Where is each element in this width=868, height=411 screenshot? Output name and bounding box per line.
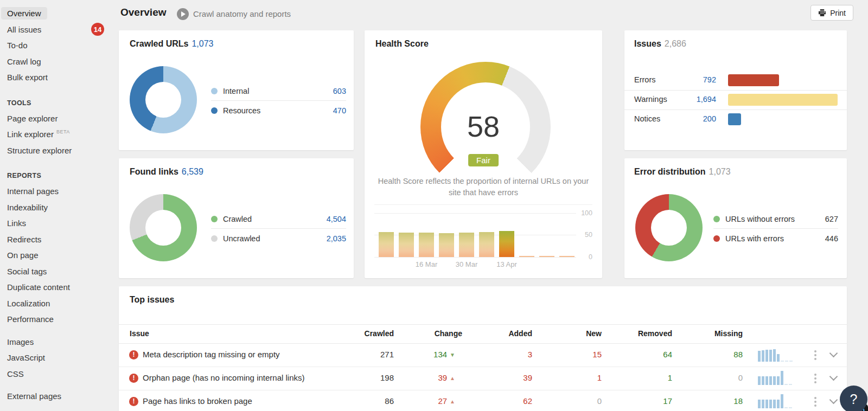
sidebar-item-page-explorer[interactable]: Page explorer [0, 111, 114, 127]
sidebar-item-label: To-do [7, 41, 28, 50]
expand-row-chevron-icon[interactable] [829, 349, 838, 358]
sidebar-item-social-tags[interactable]: Social tags [0, 264, 114, 280]
issue-name-link[interactable]: Orphan page (has no incoming internal li… [143, 373, 305, 382]
legend-label: URLs without errors [725, 215, 795, 223]
removed-cell: 17 [612, 396, 672, 406]
trend-bar [519, 256, 534, 257]
added-cell: 3 [473, 350, 532, 359]
sidebar-item-label: Redirects [7, 235, 41, 244]
issues-row-errors: Errors 792 [624, 71, 847, 90]
sidebar-item-structure-explorer[interactable]: Structure explorer [0, 143, 114, 159]
y-axis-label: 0 [570, 253, 592, 261]
sidebar-item-links[interactable]: Links [0, 215, 114, 232]
issues-row-value-link[interactable]: 792 [673, 75, 716, 84]
page-subtitle-link[interactable]: Crawl anatomy and reports [193, 9, 291, 18]
health-score-card: Health Score 58 Fair Health Score reflec… [365, 30, 602, 278]
legend-value-link[interactable]: 470 [333, 106, 346, 115]
legend-dot-uncrawled [211, 235, 218, 242]
found-links-total-link[interactable]: 6,539 [182, 167, 203, 176]
health-score-value: 58 [365, 110, 602, 143]
sidebar-item-external-pages[interactable]: External pages [0, 388, 114, 404]
column-header-crawled[interactable]: Crawled [334, 329, 394, 338]
print-button-label: Print [830, 9, 846, 17]
sidebar-item-images[interactable]: Images [0, 334, 114, 350]
column-header-added[interactable]: Added [473, 329, 532, 338]
legend-row: Crawled 4,504 [211, 209, 346, 228]
sidebar-item-css[interactable]: CSS [0, 366, 114, 382]
crawled-urls-total-link[interactable]: 1,073 [192, 39, 213, 48]
sidebar-item-redirects[interactable]: Redirects [0, 232, 114, 248]
legend-label: URLs with errors [725, 234, 784, 243]
video-play-icon[interactable] [177, 8, 189, 20]
issue-name-link[interactable]: Page has links to broken page [143, 396, 252, 406]
sidebar-item-link-explorer[interactable]: Link explorer BETA [0, 126, 114, 143]
trend-bar [539, 256, 554, 257]
legend-value-link[interactable]: 2,035 [327, 234, 346, 243]
sidebar-item-label: Indexability [7, 203, 48, 212]
row-actions-menu[interactable] [813, 373, 818, 384]
sidebar-item-label: Localization [7, 299, 50, 308]
x-axis-label: 30 Mar [450, 260, 483, 268]
x-axis-label: 16 Mar [410, 260, 443, 268]
legend-value-link[interactable]: 603 [333, 87, 346, 95]
error-distribution-card: Error distribution1,073 URLs without err… [624, 158, 847, 278]
legend-row: URLs without errors 627 [713, 209, 838, 228]
sidebar-item-indexability[interactable]: Indexability [0, 200, 114, 216]
issues-row-label: Notices [634, 114, 660, 123]
legend-value-link[interactable]: 4,504 [327, 215, 346, 223]
trend-up-icon: ▲ [450, 399, 455, 404]
beta-tag: BETA [56, 129, 70, 134]
sidebar-item-label: External pages [7, 391, 61, 401]
sidebar-item-todo[interactable]: To-do [0, 37, 114, 54]
x-axis-label: 13 Apr [490, 260, 523, 268]
column-header-issue[interactable]: Issue [130, 329, 149, 338]
error-distribution-legend: URLs without errors 627 URLs with errors… [713, 209, 838, 248]
sidebar-item-internal-pages[interactable]: Internal pages [0, 183, 114, 200]
issue-name-link[interactable]: Meta description tag missing or empty [143, 350, 280, 359]
crawled-urls-legend: Internal 603 Resources 470 [211, 81, 346, 120]
row-actions-menu[interactable] [813, 396, 818, 408]
column-header-missing[interactable]: Missing [683, 329, 743, 338]
sidebar-item-javascript[interactable]: JavaScript [0, 350, 114, 366]
gridline-0 [374, 257, 576, 258]
issues-row-value-link[interactable]: 200 [673, 114, 716, 123]
legend-dot-without-errors [713, 216, 720, 222]
error-severity-icon [129, 350, 138, 359]
column-header-removed[interactable]: Removed [612, 329, 672, 338]
column-header-change[interactable]: Change [403, 329, 462, 338]
sidebar-item-label: Images [7, 337, 34, 346]
card-title: Top issues [130, 295, 174, 305]
sidebar-item-performance[interactable]: Performance [0, 311, 114, 327]
card-title: Health Score [375, 39, 429, 49]
expand-row-chevron-icon[interactable] [829, 373, 838, 381]
issues-rows: Errors 792 Warnings 1,694 Notices 200 [624, 71, 847, 129]
expand-row-chevron-icon[interactable] [829, 396, 838, 404]
print-button[interactable]: Print [810, 5, 853, 21]
issue-history-sparkline [758, 371, 792, 385]
crawled-urls-card: Crawled URLs1,073 Internal 603 Resources… [119, 30, 354, 150]
trend-bar [459, 233, 474, 257]
sidebar-item-on-page[interactable]: On page [0, 247, 114, 264]
sidebar-item-crawl-log[interactable]: Crawl log [0, 54, 114, 70]
change-cell: 39▲ [438, 373, 455, 382]
sidebar-item-localization[interactable]: Localization [0, 296, 114, 312]
sidebar-item-label: CSS [7, 369, 24, 378]
column-header-new[interactable]: New [542, 329, 602, 338]
sidebar-item-bulk-export[interactable]: Bulk export [0, 69, 114, 86]
sidebar-item-label: Link explorer [7, 130, 54, 139]
issues-card: Issues2,686 Errors 792 Warnings 1,694 No… [624, 30, 847, 150]
sidebar-item-all-issues[interactable]: All issues 14 [0, 22, 114, 38]
error-distribution-total: 1,073 [709, 167, 731, 176]
sidebar-item-label: Duplicate content [7, 282, 70, 292]
help-button[interactable]: ? [840, 386, 867, 411]
sidebar-item-label: On page [7, 251, 39, 260]
sidebar-item-duplicate-content[interactable]: Duplicate content [0, 279, 114, 296]
row-actions-menu[interactable] [813, 349, 818, 361]
found-links-donut-chart [130, 194, 197, 261]
issue-history-sparkline [758, 348, 793, 362]
top-issue-row: Meta description tag missing or empty 27… [119, 343, 847, 367]
sidebar-item-overview[interactable]: Overview [0, 5, 114, 22]
issues-row-value-link[interactable]: 1,694 [673, 95, 716, 104]
y-axis-label: 100 [570, 209, 592, 217]
sidebar-section-reports: REPORTS [0, 168, 114, 183]
